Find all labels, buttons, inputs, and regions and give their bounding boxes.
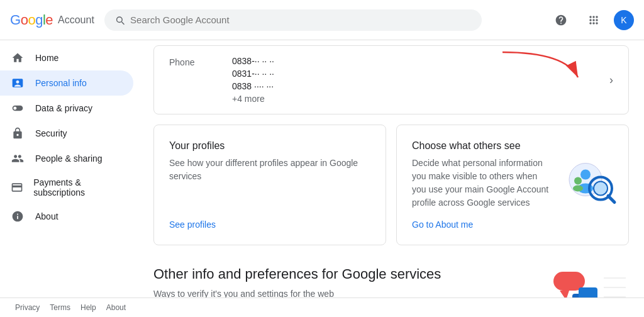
person-icon [10,77,25,89]
choose-card: Choose what others see Decide what perso… [396,125,629,245]
profiles-card-title: Your profiles [169,140,370,152]
cards-grid: Your profiles See how your different pro… [153,125,629,245]
lock-icon [10,127,25,140]
svg-line-8 [608,196,614,203]
google-logo-text: Google [10,12,53,28]
phone-numbers: 0838-·· ·· ·· 0831-·· ·· ·· 0838 ···· ··… [232,56,613,104]
phone-label: Phone [169,56,232,67]
sidebar-personal-info-label: Personal info [35,78,87,88]
phone-number-2: 0831-·· ·· ·· [232,69,613,79]
toggle-icon [10,102,25,114]
sidebar-security-label: Security [35,128,67,138]
footer: Privacy Terms Help About [0,298,644,317]
search-icon [114,14,125,26]
svg-point-2 [580,170,591,180]
phone-number-1: 0838-·· ·· ·· [232,56,613,66]
svg-point-5 [573,186,583,192]
sidebar-item-people-sharing[interactable]: People & sharing [0,146,133,171]
search-bar[interactable] [104,9,482,31]
sidebar-item-about[interactable]: About [0,204,133,229]
footer-about-link[interactable]: About [106,303,126,312]
phone-row[interactable]: Phone 0838-·· ·· ·· 0831-·· ·· ·· 0838 ·… [154,46,628,114]
sidebar-people-sharing-label: People & sharing [35,153,103,164]
search-input[interactable] [130,14,472,25]
phone-card: Phone 0838-·· ·· ·· 0831-·· ·· ·· 0838 ·… [153,45,629,114]
payment-icon [10,181,23,194]
sidebar-item-home[interactable]: Home [0,45,133,70]
phone-chevron-icon: › [609,74,613,87]
phone-number-3: 0838 ···· ··· [232,81,613,91]
avatar-button[interactable]: K [614,10,634,30]
main-content: Phone 0838-·· ·· ·· 0831-·· ·· ·· 0838 ·… [138,40,644,317]
choose-card-desc: Decide what personal information you mak… [412,157,553,209]
account-label: Account [58,14,94,26]
choose-card-title: Choose what others see [412,140,553,152]
svg-point-7 [594,182,608,196]
apps-button[interactable] [581,8,606,33]
sidebar-payments-label: Payments & subscriptions [33,177,123,197]
footer-help-link[interactable]: Help [80,303,96,312]
see-profiles-link[interactable]: See profiles [169,220,370,230]
other-info-text: Other info and preferences for Google se… [153,265,488,299]
home-icon [10,52,25,64]
footer-privacy-link[interactable]: Privacy [15,303,40,312]
layout: Home Personal info Data & privacy Securi… [0,40,644,317]
choose-card-illustration [562,156,618,214]
sidebar-data-privacy-label: Data & privacy [35,103,92,113]
header: Google Account K [0,0,644,40]
apps-icon [587,14,600,26]
sidebar-item-personal-info[interactable]: Personal info [0,70,133,96]
profiles-card-desc: See how your different profiles appear i… [169,157,370,209]
sidebar: Home Personal info Data & privacy Securi… [0,40,138,317]
sidebar-item-security[interactable]: Security [0,121,133,146]
help-button[interactable] [548,8,574,33]
phone-more: +4 more [232,94,613,104]
people-icon [10,152,25,165]
google-account-logo[interactable]: Google Account [10,12,94,28]
svg-point-4 [574,177,582,185]
sidebar-about-label: About [35,211,58,221]
other-info-title: Other info and preferences for Google se… [153,265,488,284]
go-to-about-me-link[interactable]: Go to About me [412,220,553,230]
footer-terms-link[interactable]: Terms [50,303,70,312]
sidebar-home-label: Home [35,53,58,63]
help-icon [555,14,567,26]
sidebar-item-data-privacy[interactable]: Data & privacy [0,96,133,121]
header-actions: K [548,8,634,33]
your-profiles-card: Your profiles See how your different pro… [153,125,386,245]
sidebar-item-payments[interactable]: Payments & subscriptions [0,171,133,204]
info-icon [10,210,25,223]
